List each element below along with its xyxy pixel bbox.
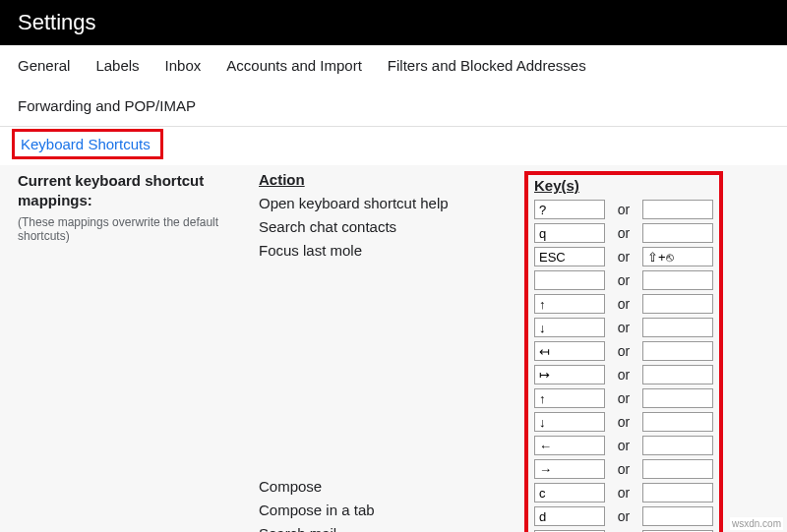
key-row: or — [534, 386, 713, 410]
key-row: or — [534, 410, 713, 434]
page-title: Settings — [18, 10, 96, 34]
action-label — [259, 357, 524, 381]
action-label — [259, 451, 524, 475]
or-label: or — [605, 508, 642, 524]
key-row: or — [534, 221, 713, 245]
keys-column-highlight: Key(s) orororororororororororororororor — [524, 171, 723, 532]
action-header: Action — [259, 171, 524, 188]
key-secondary-input[interactable] — [642, 483, 713, 502]
content-area: Current keyboard shortcut mappings: (The… — [0, 165, 787, 532]
key-secondary-input[interactable] — [642, 200, 713, 219]
key-row: or — [534, 457, 713, 481]
or-label: or — [605, 296, 642, 312]
section-title: Current keyboard shortcut mappings: — [18, 171, 251, 211]
key-row: or — [534, 434, 713, 457]
key-row: or — [534, 528, 713, 532]
key-secondary-input[interactable] — [642, 365, 713, 384]
action-column: Action Open keyboard shortcut helpSearch… — [259, 171, 524, 532]
or-label: or — [605, 272, 642, 288]
tab-filters-blocked[interactable]: Filters and Blocked Addresses — [388, 45, 594, 86]
key-secondary-input[interactable] — [642, 223, 713, 243]
key-primary-input[interactable] — [534, 365, 605, 384]
key-secondary-input[interactable] — [642, 388, 713, 408]
action-label — [259, 333, 524, 357]
key-secondary-input[interactable] — [642, 436, 713, 455]
or-label: or — [605, 343, 642, 359]
tab-accounts-import[interactable]: Accounts and Import — [226, 45, 370, 86]
keys-header: Key(s) — [534, 177, 713, 194]
key-secondary-input[interactable] — [642, 318, 713, 337]
key-primary-input[interactable] — [534, 388, 605, 408]
action-label — [259, 286, 524, 310]
tab-labels[interactable]: Labels — [95, 45, 147, 86]
tab-inbox[interactable]: Inbox — [165, 45, 210, 86]
key-secondary-input[interactable] — [642, 506, 713, 526]
key-primary-input[interactable] — [534, 341, 605, 361]
key-primary-input[interactable] — [534, 412, 605, 432]
action-label: Compose in a tab — [259, 499, 524, 522]
key-primary-input[interactable] — [534, 318, 605, 337]
action-label — [259, 404, 524, 428]
key-primary-input[interactable] — [534, 270, 605, 290]
tab-general[interactable]: General — [18, 45, 78, 86]
action-label — [259, 310, 524, 333]
key-row: or — [534, 316, 713, 339]
key-secondary-input[interactable] — [642, 247, 713, 266]
key-row: or — [534, 504, 713, 528]
or-label: or — [605, 461, 642, 477]
key-primary-input[interactable] — [534, 200, 605, 219]
section-subtitle: (These mappings overwrite the default sh… — [18, 215, 251, 243]
action-label — [259, 428, 524, 451]
description-column: Current keyboard shortcut mappings: (The… — [18, 171, 259, 532]
key-primary-input[interactable] — [534, 483, 605, 502]
key-primary-input[interactable] — [534, 294, 605, 314]
or-label: or — [605, 320, 642, 335]
watermark: wsxdn.com — [730, 517, 783, 530]
key-secondary-input[interactable] — [642, 459, 713, 479]
action-label: Compose — [259, 475, 524, 499]
or-label: or — [605, 485, 642, 501]
or-label: or — [605, 390, 642, 406]
or-label: or — [605, 225, 642, 241]
settings-tabs-row1: General Labels Inbox Accounts and Import… — [0, 45, 787, 127]
action-label: Open keyboard shortcut help — [259, 192, 524, 215]
or-label: or — [605, 414, 642, 430]
key-row: or — [534, 481, 713, 504]
tab-keyboard-shortcuts[interactable]: Keyboard Shortcuts — [21, 136, 151, 152]
action-label: Search chat contacts — [259, 215, 524, 239]
page-header: Settings — [0, 0, 787, 45]
key-row: or — [534, 198, 713, 221]
key-secondary-input[interactable] — [642, 294, 713, 314]
settings-tabs-row2: Keyboard Shortcuts — [0, 127, 787, 165]
key-secondary-input[interactable] — [642, 270, 713, 290]
key-secondary-input[interactable] — [642, 341, 713, 361]
key-primary-input[interactable] — [534, 506, 605, 526]
key-primary-input[interactable] — [534, 436, 605, 455]
key-primary-input[interactable] — [534, 247, 605, 266]
key-row: or — [534, 268, 713, 292]
or-label: or — [605, 367, 642, 383]
tab-forwarding-pop-imap[interactable]: Forwarding and POP/IMAP — [18, 86, 204, 126]
key-row: or — [534, 339, 713, 363]
or-label: or — [605, 249, 642, 265]
action-label: Search mail — [259, 522, 524, 532]
action-label — [259, 263, 524, 286]
key-primary-input[interactable] — [534, 223, 605, 243]
key-secondary-input[interactable] — [642, 412, 713, 432]
or-label: or — [605, 438, 642, 453]
key-primary-input[interactable] — [534, 459, 605, 479]
or-label: or — [605, 202, 642, 217]
action-label — [259, 381, 524, 404]
key-row: or — [534, 363, 713, 386]
key-row: or — [534, 292, 713, 316]
action-label: Focus last mole — [259, 239, 524, 263]
tab-keyboard-shortcuts-highlight: Keyboard Shortcuts — [12, 129, 163, 159]
key-row: or — [534, 245, 713, 268]
